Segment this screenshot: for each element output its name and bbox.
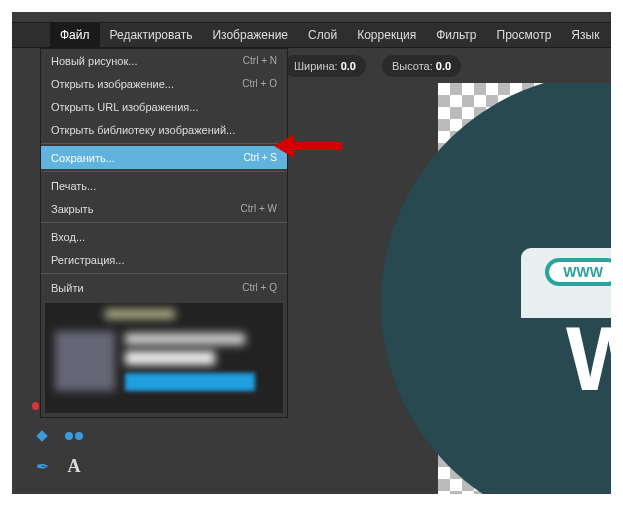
height-label: Высота:: [392, 60, 433, 72]
transparency-checker: WWW W: [438, 83, 611, 494]
menu-open-library-label: Открыть библиотеку изображений...: [51, 124, 235, 136]
menu-new[interactable]: Новый рисунок... Ctrl + N: [41, 49, 287, 72]
menu-save-shortcut: Ctrl + S: [243, 152, 277, 163]
menu-view[interactable]: Просмотр: [487, 23, 562, 47]
menu-register[interactable]: Регистрация...: [41, 248, 287, 271]
height-value: 0.0: [436, 60, 451, 72]
menu-close-label: Закрыть: [51, 203, 93, 215]
menu-filter[interactable]: Фильтр: [426, 23, 486, 47]
menu-open-url-label: Открыть URL изображения...: [51, 101, 198, 113]
menu-login-label: Вход...: [51, 231, 85, 243]
menu-close[interactable]: Закрыть Ctrl + W: [41, 197, 287, 220]
menu-adjustment[interactable]: Коррекция: [347, 23, 426, 47]
width-field[interactable]: Ширина: 0.0: [284, 55, 366, 77]
menu-print[interactable]: Печать...: [41, 174, 287, 197]
width-label: Ширина:: [294, 60, 338, 72]
menu-open-shortcut: Ctrl + O: [242, 78, 277, 89]
menubar: Файл Редактировать Изображение Слой Корр…: [12, 22, 611, 48]
menu-ad-panel: [45, 303, 283, 413]
menu-exit-shortcut: Ctrl + Q: [242, 282, 277, 293]
menu-exit-label: Выйти: [51, 282, 84, 294]
menu-close-shortcut: Ctrl + W: [241, 203, 277, 214]
text-tool-icon[interactable]: A: [64, 456, 84, 476]
app-frame: Файл Редактировать Изображение Слой Корр…: [12, 12, 611, 494]
menu-login[interactable]: Вход...: [41, 225, 287, 248]
menu-open[interactable]: Открыть изображение... Ctrl + O: [41, 72, 287, 95]
menu-separator: [41, 222, 287, 223]
menu-layer[interactable]: Слой: [298, 23, 347, 47]
spot-tool-icon[interactable]: [64, 426, 84, 446]
menu-exit[interactable]: Выйти Ctrl + Q: [41, 276, 287, 299]
menu-register-label: Регистрация...: [51, 254, 124, 266]
annotation-arrow: [292, 142, 342, 150]
menu-separator: [41, 171, 287, 172]
height-field[interactable]: Высота: 0.0: [382, 55, 461, 77]
menu-new-shortcut: Ctrl + N: [243, 55, 277, 66]
menu-open-library[interactable]: Открыть библиотеку изображений...: [41, 118, 287, 141]
artwork-letter: W: [566, 323, 611, 395]
menu-separator: [41, 143, 287, 144]
menu-print-label: Печать...: [51, 180, 96, 192]
menu-save-label: Сохранить...: [51, 152, 115, 164]
file-dropdown: Новый рисунок... Ctrl + N Открыть изобра…: [40, 48, 288, 418]
menu-new-label: Новый рисунок...: [51, 55, 137, 67]
menu-language[interactable]: Язык: [561, 23, 609, 47]
menu-separator: [41, 273, 287, 274]
menu-file[interactable]: Файл: [50, 23, 100, 47]
pen-tool-icon[interactable]: ✒: [32, 456, 52, 476]
menu-open-label: Открыть изображение...: [51, 78, 174, 90]
menu-save[interactable]: Сохранить... Ctrl + S: [41, 146, 287, 169]
menu-open-url[interactable]: Открыть URL изображения...: [41, 95, 287, 118]
menu-edit[interactable]: Редактировать: [100, 23, 203, 47]
width-value: 0.0: [341, 60, 356, 72]
menu-image[interactable]: Изображение: [202, 23, 298, 47]
clone-tool-icon[interactable]: [32, 426, 52, 446]
www-badge: WWW: [545, 258, 611, 286]
